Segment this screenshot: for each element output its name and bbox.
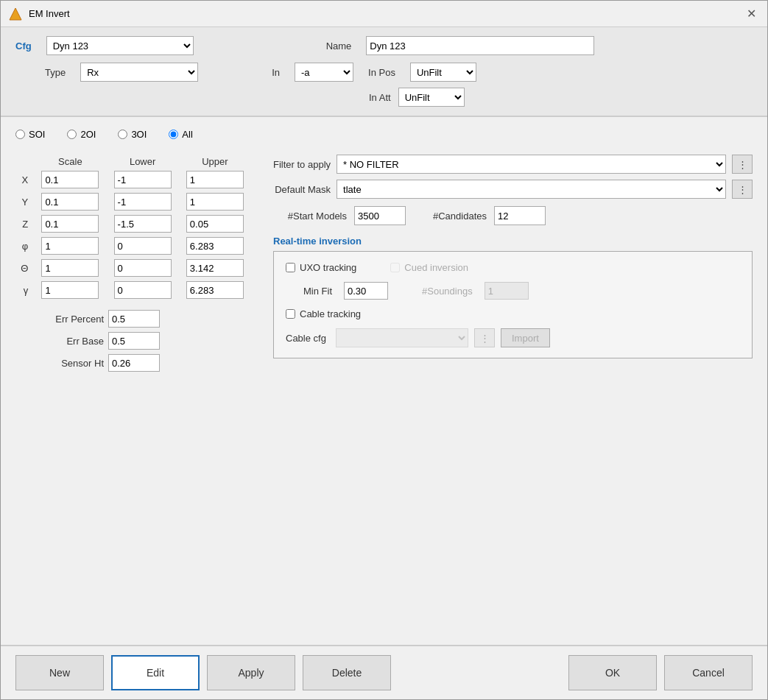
sensor-ht-row: Sensor Ht <box>15 354 251 372</box>
minfit-row: Min Fit #Soundings <box>286 282 740 300</box>
close-button[interactable]: ✕ <box>742 5 760 23</box>
config-row2: Type Rx In -a In Pos UnFilt <box>15 63 753 82</box>
two-col-layout: Scale Lower Upper X Y Z φ Θ <box>15 155 753 633</box>
inpos-dropdown[interactable]: UnFilt <box>410 63 476 82</box>
param-lower-1[interactable] <box>114 193 172 211</box>
param-upper-1[interactable] <box>186 193 244 211</box>
param-lower-4[interactable] <box>114 259 172 277</box>
cued-inversion-group: Cued inversion <box>390 262 468 273</box>
cued-inversion-label: Cued inversion <box>404 262 468 273</box>
param-lower-2[interactable] <box>114 215 172 233</box>
table-row: Θ <box>15 257 251 279</box>
name-field[interactable] <box>366 36 594 55</box>
err-percent-input[interactable] <box>108 310 160 328</box>
inpos-label: In Pos <box>368 67 395 78</box>
inatt-label: In Att <box>369 92 391 103</box>
radio-all-input[interactable] <box>169 130 178 139</box>
inatt-row: In Att UnFilt <box>369 88 753 107</box>
filter-grid: Filter to apply * NO FILTER ⋮ Default Ma… <box>273 155 753 199</box>
button-bar: New Edit Apply Delete OK Cancel <box>1 645 767 699</box>
cfg-dropdown[interactable]: Dyn 123 <box>46 36 194 55</box>
main-content: SOI 2OI 3OI All <box>1 117 767 645</box>
radio-3oi-input[interactable] <box>118 130 127 139</box>
cable-cfg-dropdown <box>336 328 468 347</box>
cable-tracking-checkbox[interactable] <box>286 309 295 319</box>
param-row-label-5: γ <box>15 279 34 301</box>
param-lower-3[interactable] <box>114 237 172 255</box>
left-panel: Scale Lower Upper X Y Z φ Θ <box>15 155 251 633</box>
param-row-label-2: Z <box>15 213 34 235</box>
radio-2oi-input[interactable] <box>67 130 77 139</box>
param-table: Scale Lower Upper X Y Z φ Θ <box>15 155 251 301</box>
param-scale-0[interactable] <box>41 171 99 188</box>
cable-cfg-row: Cable cfg ⋮ Import <box>286 328 740 347</box>
realtime-section: Real-time inversion UXO tracking Cued in… <box>273 236 753 358</box>
radio-all-label: All <box>182 129 192 140</box>
param-upper-4[interactable] <box>186 259 244 277</box>
inatt-dropdown[interactable]: UnFilt <box>398 88 465 107</box>
param-lower-5[interactable] <box>114 281 172 299</box>
param-upper-0[interactable] <box>186 171 244 188</box>
table-row: X <box>15 169 251 191</box>
candidates-input[interactable] <box>494 206 546 225</box>
candidates-row: #Start Models #Candidates <box>273 206 753 225</box>
err-base-label: Err Base <box>15 336 104 347</box>
radio-3oi[interactable]: 3OI <box>118 129 147 140</box>
param-upper-3[interactable] <box>186 237 244 255</box>
import-button: Import <box>501 328 550 347</box>
param-upper-5[interactable] <box>186 281 244 299</box>
param-scale-3[interactable] <box>41 237 99 255</box>
window-title: EM Invert <box>29 8 70 19</box>
radio-row: SOI 2OI 3OI All <box>15 129 753 140</box>
config-section: Cfg Dyn 123 Name Type Rx In -a In Pos Un… <box>1 27 767 117</box>
filter-to-apply-dropdown[interactable]: * NO FILTER <box>337 155 726 174</box>
radio-2oi-label: 2OI <box>80 129 96 140</box>
radio-soi-input[interactable] <box>15 130 25 139</box>
radio-soi-label: SOI <box>29 129 45 140</box>
err-base-input[interactable] <box>108 332 160 350</box>
param-scale-4[interactable] <box>41 259 99 277</box>
cued-inversion-checkbox <box>390 263 400 272</box>
param-lower-0[interactable] <box>114 171 172 188</box>
uxo-tracking-checkbox[interactable] <box>286 263 295 272</box>
mask-dots-button[interactable]: ⋮ <box>732 180 753 199</box>
err-percent-label: Err Percent <box>15 314 104 325</box>
cable-cfg-dots-button: ⋮ <box>474 328 495 347</box>
new-button[interactable]: New <box>15 655 104 690</box>
col-upper: Upper <box>179 155 251 169</box>
param-row-label-3: φ <box>15 235 34 257</box>
param-scale-5[interactable] <box>41 281 99 299</box>
in-dropdown[interactable]: -a <box>295 63 353 82</box>
minfit-input[interactable] <box>344 282 388 300</box>
radio-soi[interactable]: SOI <box>15 129 45 140</box>
filter-dots-button[interactable]: ⋮ <box>732 155 753 174</box>
col-lower: Lower <box>107 155 179 169</box>
type-dropdown[interactable]: Rx <box>80 63 198 82</box>
cable-tracking-row: Cable tracking <box>286 308 740 319</box>
table-row: Z <box>15 213 251 235</box>
table-row: Y <box>15 191 251 213</box>
startmodels-input[interactable] <box>354 206 406 225</box>
radio-all[interactable]: All <box>169 129 192 140</box>
app-logo <box>8 7 23 21</box>
soundings-label: #Soundings <box>422 286 473 297</box>
radio-2oi[interactable]: 2OI <box>67 129 96 140</box>
param-upper-2[interactable] <box>186 215 244 233</box>
col-scale: Scale <box>34 155 106 169</box>
param-row-label-0: X <box>15 169 34 191</box>
param-scale-1[interactable] <box>41 193 99 211</box>
param-row-label-1: Y <box>15 191 34 213</box>
edit-button[interactable]: Edit <box>111 655 200 690</box>
config-row1: Cfg Dyn 123 Name <box>15 36 753 55</box>
cancel-button[interactable]: Cancel <box>664 655 753 690</box>
minfit-label: Min Fit <box>303 286 332 297</box>
param-row-label-4: Θ <box>15 257 34 279</box>
apply-button[interactable]: Apply <box>207 655 295 690</box>
param-scale-2[interactable] <box>41 215 99 233</box>
ok-button[interactable]: OK <box>568 655 657 690</box>
em-invert-window: EM Invert ✕ Cfg Dyn 123 Name Type Rx In … <box>0 0 768 700</box>
soundings-input <box>485 282 529 300</box>
sensor-ht-input[interactable] <box>108 354 160 372</box>
delete-button[interactable]: Delete <box>303 655 391 690</box>
default-mask-dropdown[interactable]: tlate <box>337 180 726 199</box>
